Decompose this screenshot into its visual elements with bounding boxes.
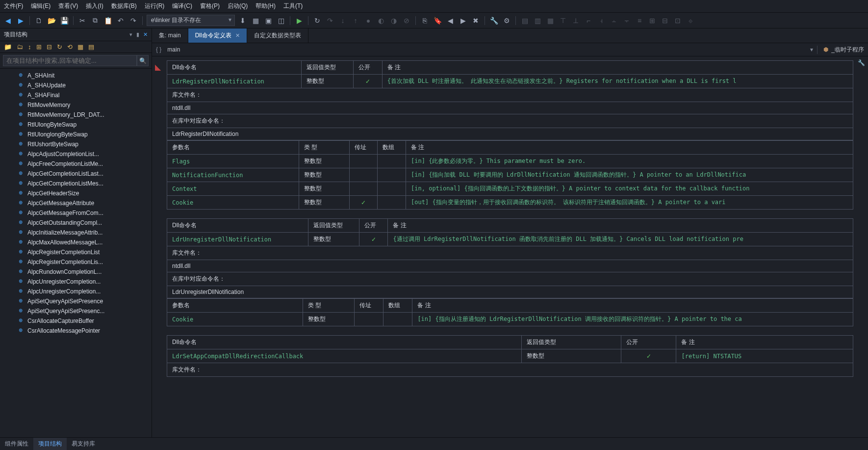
bottom-tab[interactable]: 项目结构 bbox=[33, 438, 67, 450]
bottom-tab[interactable]: 易支持库 bbox=[67, 438, 100, 450]
editor-content[interactable]: ◣ 🔧 Dll命令名返回值类型公开备 注LdrRegisterDllNotifi… bbox=[152, 56, 868, 437]
tree-item[interactable]: AlpcRegisterCompletionList bbox=[0, 247, 152, 257]
tree-item[interactable]: A_SHAFinal bbox=[0, 90, 152, 100]
cell-array[interactable] bbox=[383, 313, 412, 326]
cell-by-addr[interactable]: ✓ bbox=[349, 196, 378, 210]
debug-icon-2[interactable]: ◑ bbox=[389, 16, 399, 26]
row-lib-symbol[interactable]: LdrUnregisterDllNotification bbox=[167, 286, 853, 298]
tree-item[interactable]: AlpcMaxAllowedMessageL... bbox=[0, 238, 152, 247]
tree-item[interactable]: AlpcAdjustCompletionList... bbox=[0, 149, 152, 159]
cell-param-type[interactable]: 整数型 bbox=[303, 313, 354, 326]
nav-back-icon[interactable]: ◀ bbox=[3, 16, 13, 26]
tree-item[interactable]: AlpcUnregisterCompletion... bbox=[0, 277, 152, 287]
align-icon-2[interactable]: ▥ bbox=[533, 16, 542, 26]
tree-item[interactable]: RtlMoveMemory bbox=[0, 100, 152, 110]
align-icon-10[interactable]: ≡ bbox=[635, 16, 644, 26]
cell-cmd-name[interactable]: LdrUnregisterDllNotification bbox=[167, 233, 308, 246]
tree-item[interactable]: AlpcUnregisterCompletion... bbox=[0, 287, 152, 296]
cell-param-remark[interactable]: [out] {指向变量的指针，用于接收回调函数的标识符。 该标识符用于注销通知回… bbox=[406, 196, 853, 210]
tree-item[interactable]: AlpcGetMessageAttribute bbox=[0, 198, 152, 208]
panel-dropdown-icon[interactable]: ▾ bbox=[129, 31, 132, 38]
cell-by-addr[interactable] bbox=[349, 182, 378, 196]
cell-param-type[interactable]: 整数型 bbox=[299, 168, 350, 182]
paste-icon[interactable]: 📋 bbox=[103, 16, 113, 26]
project-tree[interactable]: A_SHAInitA_SHAUpdateA_SHAFinalRtlMoveMem… bbox=[0, 69, 152, 437]
menu-item[interactable]: 运行(R) bbox=[145, 2, 165, 10]
panel-tool-4[interactable]: ⊞ bbox=[36, 43, 42, 51]
panel-close-icon[interactable]: ✕ bbox=[143, 31, 148, 38]
align-icon-5[interactable]: ⊥ bbox=[571, 16, 581, 26]
wrench-icon[interactable]: 🔧 bbox=[489, 16, 499, 26]
tree-item[interactable]: AlpcRundownCompletionL... bbox=[0, 267, 152, 277]
tree-item[interactable]: AlpcFreeCompletionListMe... bbox=[0, 159, 152, 169]
align-icon-13[interactable]: ⊡ bbox=[673, 16, 683, 26]
cell-param-name[interactable]: Flags bbox=[167, 155, 299, 168]
cell-array[interactable] bbox=[378, 182, 406, 196]
close-icon[interactable]: ✕ bbox=[235, 32, 240, 39]
cell-ret-type[interactable]: 整数型 bbox=[308, 233, 359, 246]
toolbar-icon-4[interactable]: ◫ bbox=[276, 16, 286, 26]
cell-ret-type[interactable]: 整数型 bbox=[301, 75, 353, 88]
panel-tool-7[interactable]: ⟲ bbox=[67, 43, 73, 51]
tree-item[interactable]: AlpcGetOutstandingCompl... bbox=[0, 218, 152, 228]
toolbar-icon-3[interactable]: ▣ bbox=[263, 16, 273, 26]
panel-tool-6[interactable]: ↻ bbox=[57, 43, 62, 51]
breakpoint-icon[interactable]: ● bbox=[363, 16, 373, 26]
cell-public[interactable]: ✓ bbox=[353, 75, 382, 88]
menu-item[interactable]: 编辑(E) bbox=[31, 2, 51, 10]
menu-item[interactable]: 文件(F) bbox=[4, 2, 23, 10]
row-lib-file[interactable]: ntdll.dll bbox=[167, 102, 853, 114]
cell-param-type[interactable]: 整数型 bbox=[299, 155, 350, 168]
debug-icon-1[interactable]: ◐ bbox=[376, 16, 386, 26]
breadcrumb-right[interactable]: _临时子程序 bbox=[831, 46, 864, 54]
panel-tool-3[interactable]: ↕ bbox=[28, 43, 31, 51]
cell-remark[interactable]: [return] NTSTATUS bbox=[676, 349, 853, 363]
align-icon-14[interactable]: ⟐ bbox=[686, 16, 695, 26]
step-into-icon[interactable]: ↓ bbox=[338, 16, 348, 26]
align-icon-4[interactable]: ⊤ bbox=[558, 16, 568, 26]
tree-item[interactable]: RtlUlongByteSwap bbox=[0, 120, 152, 130]
bookmark-next-icon[interactable]: ▶ bbox=[458, 16, 468, 26]
cell-public[interactable]: ✓ bbox=[621, 349, 676, 363]
toolbar-icon-2[interactable]: ▦ bbox=[251, 16, 260, 26]
tree-item[interactable]: CsrAllocateMessagePointer bbox=[0, 326, 152, 336]
cell-param-remark[interactable]: [in] {指向从注册通知的 LdrRegisterDllNotificatio… bbox=[412, 313, 853, 326]
editor-tool-icon[interactable]: 🔧 bbox=[858, 59, 865, 66]
run-icon[interactable]: ▶ bbox=[294, 16, 304, 26]
bottom-tab[interactable]: 组件属性 bbox=[0, 438, 33, 450]
menu-item[interactable]: 查看(V) bbox=[58, 2, 78, 10]
align-icon-7[interactable]: ⫞ bbox=[596, 16, 606, 26]
save-icon[interactable]: 💾 bbox=[59, 16, 69, 26]
cell-param-name[interactable]: Cookie bbox=[167, 196, 299, 210]
tree-item[interactable]: AlpcRegisterCompletionLis... bbox=[0, 257, 152, 267]
cell-array[interactable] bbox=[378, 168, 406, 182]
tree-item[interactable]: AlpcGetCompletionListMes... bbox=[0, 179, 152, 188]
tree-item[interactable]: ApiSetQueryApiSetPresenc... bbox=[0, 306, 152, 316]
editor-tab[interactable]: Dll命令定义表✕ bbox=[188, 28, 247, 43]
cell-cmd-name[interactable]: LdrSetAppCompatDllRedirectionCallback bbox=[167, 349, 522, 363]
align-icon-11[interactable]: ⊞ bbox=[647, 16, 657, 26]
align-icon-6[interactable]: ⌐ bbox=[584, 16, 593, 26]
cell-array[interactable] bbox=[378, 196, 406, 210]
cut-icon[interactable]: ✂ bbox=[77, 16, 87, 26]
bookmark-prev-icon[interactable]: ◀ bbox=[445, 16, 455, 26]
breadcrumb-left[interactable]: main bbox=[164, 45, 807, 54]
cell-param-name[interactable]: Context bbox=[167, 182, 299, 196]
editor-tab[interactable]: 集: main bbox=[152, 28, 188, 43]
panel-pin-icon[interactable]: ▮ bbox=[136, 31, 139, 38]
tree-item[interactable]: RtlUlonglongByteSwap bbox=[0, 130, 152, 139]
align-icon-1[interactable]: ▤ bbox=[520, 16, 530, 26]
open-file-icon[interactable]: 📂 bbox=[47, 16, 56, 26]
tree-item[interactable]: RtlUshortByteSwap bbox=[0, 139, 152, 149]
cell-param-remark[interactable]: [in] {此参数必须为零。} This parameter must be z… bbox=[406, 155, 853, 168]
copy-icon[interactable]: ⧉ bbox=[90, 16, 100, 26]
tree-item[interactable]: AlpcGetCompletionListLast... bbox=[0, 169, 152, 179]
row-lib-symbol[interactable]: LdrRegisterDllNotification bbox=[167, 128, 853, 140]
step-over-icon[interactable]: ↷ bbox=[325, 16, 335, 26]
tree-item[interactable]: RtlMoveMemory_LDR_DAT... bbox=[0, 110, 152, 120]
cell-param-type[interactable]: 整数型 bbox=[299, 182, 350, 196]
cell-remark[interactable]: {首次加载 DLL 时注册通知。 此通知发生在动态链接发生之前。} Regist… bbox=[382, 75, 853, 88]
panel-tool-1[interactable]: 📁 bbox=[4, 43, 12, 51]
new-file-icon[interactable]: 🗋 bbox=[34, 16, 44, 26]
align-icon-8[interactable]: ⫠ bbox=[609, 16, 619, 26]
